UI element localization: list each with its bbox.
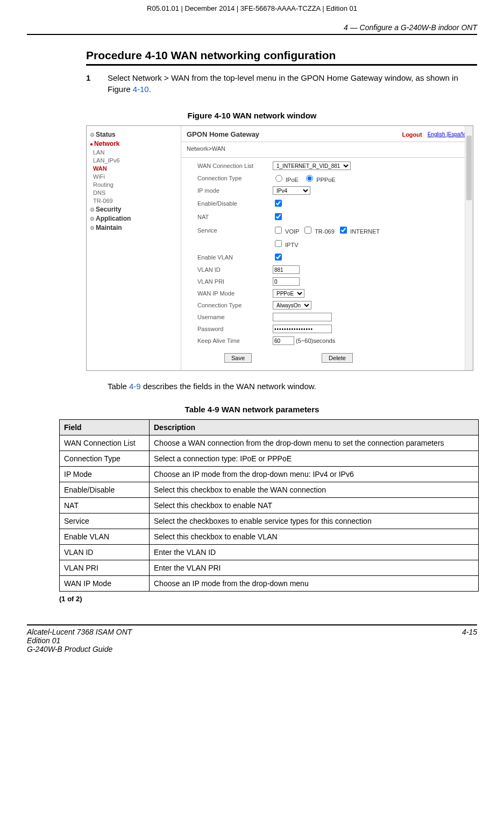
- enable-vlan-checkbox[interactable]: [275, 254, 282, 261]
- nat-checkbox[interactable]: [275, 213, 282, 220]
- field-cell: IP Mode: [60, 467, 150, 482]
- vlan-pri-label: VLAN PRI: [197, 278, 273, 285]
- sidebar-item-wan[interactable]: WAN: [93, 165, 178, 172]
- username-input[interactable]: [273, 313, 332, 321]
- wan-ip-mode-select[interactable]: PPPoE: [273, 289, 304, 298]
- save-button[interactable]: Save: [224, 353, 252, 363]
- field-cell: Service: [60, 513, 150, 529]
- conn-type2-select[interactable]: AlwaysOn: [273, 301, 311, 309]
- desc-cell: Select this checkbox to enable the WAN c…: [150, 482, 479, 498]
- desc-cell: Choose an IP mode from the drop-down men…: [150, 467, 479, 482]
- pppoe-radio[interactable]: [306, 175, 313, 182]
- sidebar-item-routing[interactable]: Routing: [93, 181, 178, 188]
- th-desc: Description: [150, 420, 479, 435]
- table-row: ServiceSelect the checkboxes to enable s…: [60, 513, 479, 529]
- keepalive-suffix: (5~60)seconds: [296, 337, 335, 344]
- tr069-checkbox[interactable]: [304, 227, 311, 234]
- table-row: WAN Connection ListChoose a WAN connecti…: [60, 435, 479, 451]
- breadcrumb: Network>WAN: [181, 144, 473, 155]
- desc-cell: Enter the VLAN ID: [150, 545, 479, 560]
- sidebar-item-status[interactable]: Status: [90, 131, 178, 138]
- params-table: Field Description WAN Connection ListCho…: [59, 419, 479, 592]
- footer-product: Alcatel-Lucent 7368 ISAM ONT: [27, 628, 462, 636]
- wan-conn-list-label: WAN Connection List: [197, 163, 273, 169]
- sidebar: Status Network LAN LAN_IPv6 WAN WiFi Rou…: [87, 126, 181, 370]
- ipoe-radio[interactable]: [275, 175, 282, 182]
- table-row: VLAN PRIEnter the VLAN PRI: [60, 560, 479, 576]
- step-text: Select Network > WAN from the top-level …: [108, 72, 477, 95]
- enable-checkbox[interactable]: [275, 200, 282, 207]
- wan-ip-mode-label: WAN IP Mode: [197, 290, 273, 297]
- vlan-id-input[interactable]: [273, 265, 300, 274]
- service-label: Service: [197, 227, 273, 234]
- desc-cell: Choose a WAN connection from the drop-do…: [150, 435, 479, 451]
- sidebar-item-network[interactable]: Network: [90, 140, 178, 147]
- keepalive-label: Keep Alive Time: [197, 337, 273, 344]
- vlan-pri-input[interactable]: [273, 277, 300, 286]
- voip-text: VOIP: [285, 228, 299, 235]
- table-intro: Table 4-9 describes the fields in the WA…: [108, 382, 477, 391]
- sidebar-item-tr069[interactable]: TR-069: [93, 198, 178, 204]
- internet-checkbox[interactable]: [340, 227, 347, 234]
- th-field: Field: [60, 420, 150, 435]
- iptv-checkbox[interactable]: [275, 240, 282, 247]
- nat-label: NAT: [197, 214, 273, 220]
- sidebar-item-lan-ipv6[interactable]: LAN_IPv6: [93, 157, 178, 164]
- table-row: VLAN IDEnter the VLAN ID: [60, 545, 479, 560]
- ip-mode-select[interactable]: IPv4: [273, 186, 310, 195]
- figure-ref-link[interactable]: 4-10: [133, 85, 149, 94]
- password-input[interactable]: [273, 325, 332, 333]
- sidebar-item-lan[interactable]: LAN: [93, 149, 178, 156]
- sidebar-item-application[interactable]: Application: [90, 215, 178, 222]
- table-caption: Table 4-9 WAN network parameters: [27, 405, 477, 414]
- delete-button[interactable]: Delete: [322, 353, 353, 363]
- language-switcher[interactable]: English |Español: [428, 131, 467, 137]
- field-cell: NAT: [60, 498, 150, 513]
- logout-link[interactable]: Logout: [402, 131, 422, 138]
- internet-text: INTERNET: [350, 228, 380, 235]
- voip-checkbox[interactable]: [275, 227, 282, 234]
- scrollbar-thumb[interactable]: [466, 136, 472, 200]
- field-cell: Enable VLAN: [60, 529, 150, 545]
- page-footer: Alcatel-Lucent 7368 ISAM ONT Edition 01 …: [27, 624, 477, 653]
- table-pagination: (1 of 2): [59, 595, 477, 603]
- desc-cell: Select this checkbox to enable VLAN: [150, 529, 479, 545]
- desc-cell: Enter the VLAN PRI: [150, 560, 479, 576]
- desc-cell: Choose an IP mode from the drop-down men…: [150, 576, 479, 592]
- sidebar-item-maintain[interactable]: Maintain: [90, 224, 178, 231]
- step-text-a: Select Network > WAN from the top-level …: [108, 73, 458, 94]
- ipoe-text: IPoE: [286, 177, 299, 183]
- keepalive-input[interactable]: [273, 336, 294, 345]
- app-title: GPON Home Gateway: [187, 130, 402, 138]
- page-number: 4-15: [462, 628, 477, 653]
- footer-edition: Edition 01: [27, 636, 462, 645]
- wan-conn-list-select[interactable]: 1_INTERNET_R_VID_881: [273, 161, 351, 170]
- field-cell: VLAN ID: [60, 545, 150, 560]
- sidebar-item-wifi[interactable]: WiFi: [93, 173, 178, 180]
- desc-cell: Select a connection type: IPoE or PPPoE: [150, 451, 479, 467]
- desc-cell: Select this checkbox to enable NAT: [150, 498, 479, 513]
- table-row: Connection TypeSelect a connection type:…: [60, 451, 479, 467]
- field-cell: Connection Type: [60, 451, 150, 467]
- header-rule: [27, 34, 477, 35]
- table-row: NATSelect this checkbox to enable NAT: [60, 498, 479, 513]
- field-cell: WAN IP Mode: [60, 576, 150, 592]
- step-row: 1 Select Network > WAN from the top-leve…: [86, 72, 477, 95]
- sidebar-item-security[interactable]: Security: [90, 206, 178, 213]
- scrollbar[interactable]: [465, 126, 473, 370]
- sidebar-item-dns[interactable]: DNS: [93, 189, 178, 196]
- pppoe-text: PPPoE: [316, 177, 335, 183]
- step-text-b: .: [149, 85, 151, 94]
- figure-caption: Figure 4-10 WAN network window: [27, 111, 477, 120]
- password-label: Password: [197, 326, 273, 332]
- conn-type2-label: Connection Type: [197, 302, 273, 308]
- field-cell: VLAN PRI: [60, 560, 150, 576]
- table-row: Enable/DisableSelect this checkbox to en…: [60, 482, 479, 498]
- username-label: Username: [197, 314, 273, 320]
- table-ref-link[interactable]: 4-9: [129, 382, 141, 391]
- chapter-heading: 4 — Configure a G-240W-B indoor ONT: [27, 13, 477, 34]
- table-row: WAN IP ModeChoose an IP mode from the dr…: [60, 576, 479, 592]
- ip-mode-label: IP mode: [197, 187, 273, 194]
- footer-guide: G-240W-B Product Guide: [27, 645, 462, 653]
- desc-cell: Select the checkboxes to enable service …: [150, 513, 479, 529]
